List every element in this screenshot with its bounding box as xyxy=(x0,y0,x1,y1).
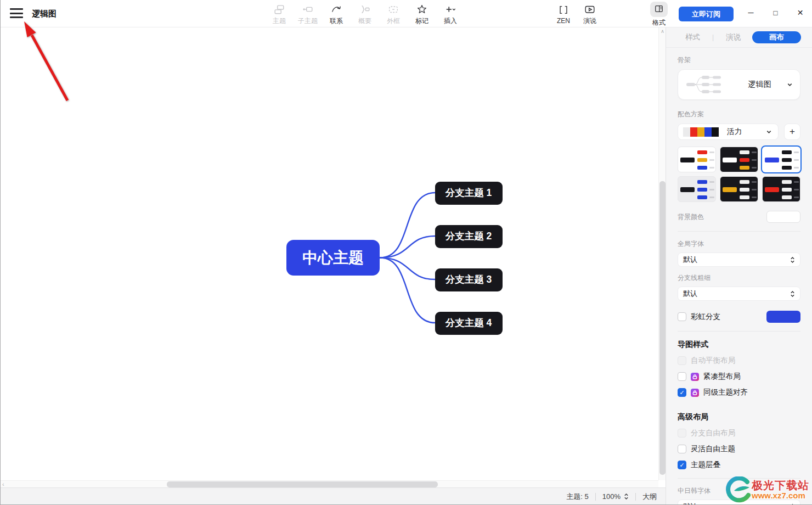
up-down-chevron-icon xyxy=(790,256,795,263)
theme-thumbnail-2[interactable] xyxy=(720,147,758,172)
option-topic-overlap[interactable]: ✓ 主题层叠 xyxy=(678,460,800,470)
scroll-left-icon[interactable]: ‹ xyxy=(2,481,4,487)
global-font-select[interactable]: 默认 xyxy=(678,252,800,267)
cjk-font-select[interactable]: 默认 xyxy=(678,500,800,505)
tool-relationship[interactable]: 联系 xyxy=(324,2,348,27)
summary-icon xyxy=(359,3,371,15)
horizontal-scroll-thumb[interactable] xyxy=(167,481,438,487)
skeleton-selector[interactable]: 逻辑图 xyxy=(678,69,800,100)
tab-style[interactable]: 样式 xyxy=(685,32,700,42)
rainbow-branch-label: 彩虹分支 xyxy=(691,312,720,322)
central-topic[interactable]: 中心主题 xyxy=(286,240,380,276)
theme-thumbnail-5[interactable] xyxy=(720,176,758,202)
chevron-down-icon xyxy=(787,82,793,88)
add-scheme-button[interactable]: + xyxy=(784,124,800,140)
theme-gallery xyxy=(678,147,800,202)
up-down-chevron-icon xyxy=(790,503,795,505)
close-button[interactable]: ✕ xyxy=(788,0,812,25)
checkbox-checked[interactable]: ✓ xyxy=(678,461,686,469)
theme-thumbnail-1[interactable] xyxy=(678,147,716,172)
option-flexible-free-topic[interactable]: 灵活自由主题 xyxy=(678,444,800,454)
branch-topic-4[interactable]: 分支主题 4 xyxy=(435,312,503,335)
app-window: 逻辑图 主题 子主题 联系 xyxy=(0,0,812,505)
up-down-chevron-icon xyxy=(790,290,795,298)
checkbox[interactable] xyxy=(678,445,686,453)
status-bar: 主题: 5 100% 大纲 xyxy=(1,487,666,505)
checkbox xyxy=(678,429,686,437)
option-sibling-alignment[interactable]: ✓ 同级主题对齐 xyxy=(678,388,800,397)
star-icon xyxy=(416,3,428,15)
tool-marker[interactable]: 标记 xyxy=(410,2,434,27)
tool-present[interactable]: 演说 xyxy=(578,2,602,27)
tool-summary[interactable]: 概要 xyxy=(353,2,377,27)
branch-color-button[interactable] xyxy=(766,311,800,323)
boundary-icon xyxy=(387,3,399,15)
branch-width-label: 分支线粗细 xyxy=(678,273,800,283)
theme-thumbnail-3-selected[interactable] xyxy=(762,147,800,172)
vertical-scroll-thumb[interactable] xyxy=(659,181,666,475)
tool-boundary[interactable]: 外框 xyxy=(381,2,405,27)
checkbox-checked[interactable]: ✓ xyxy=(678,388,686,397)
tab-present[interactable]: 演说 xyxy=(726,32,741,42)
zoom-stepper-icon[interactable] xyxy=(624,493,629,500)
scheme-swatches xyxy=(683,127,719,137)
color-scheme-select[interactable]: 活力 xyxy=(678,124,779,140)
rainbow-branch-checkbox[interactable] xyxy=(678,312,686,321)
relationship-icon xyxy=(330,3,342,15)
canvas[interactable]: 中心主题 分支主题 1 分支主题 2 分支主题 3 分支主题 4 ∧ xyxy=(1,27,666,487)
outline-button[interactable]: 大纲 xyxy=(642,492,657,502)
advanced-layout-heading: 高级布局 xyxy=(678,412,800,422)
skeleton-section-label: 骨架 xyxy=(678,55,800,65)
branch-connectors xyxy=(380,193,435,323)
premium-lock-icon xyxy=(691,389,699,397)
branch-width-select[interactable]: 默认 xyxy=(678,287,800,301)
tool-insert[interactable]: 插入 xyxy=(438,2,463,27)
vertical-scrollbar[interactable]: ∧ xyxy=(658,27,666,480)
global-font-label: 全局字体 xyxy=(678,239,800,249)
option-free-branch-layout[interactable]: 分支自由布局 xyxy=(678,428,800,438)
logic-chart-mini-icon xyxy=(685,74,732,96)
color-scheme-section-label: 配色方案 xyxy=(678,110,800,119)
branch-topic-label: 分支主题 4 xyxy=(445,317,492,328)
horizontal-scrollbar[interactable]: ‹ xyxy=(1,480,658,487)
option-compact-layout[interactable]: 紧凑型布局 xyxy=(678,372,800,381)
subscribe-button[interactable]: 立即订阅 xyxy=(679,7,734,21)
branch-topic-2[interactable]: 分支主题 2 xyxy=(435,225,503,248)
tool-topic[interactable]: 主题 xyxy=(267,2,291,27)
branch-topic-3[interactable]: 分支主题 3 xyxy=(435,268,503,291)
background-color-swatch[interactable] xyxy=(766,211,800,223)
scheme-value: 活力 xyxy=(727,127,742,137)
tool-format[interactable]: 格式 xyxy=(647,2,671,27)
zoom-level: 100% xyxy=(602,492,621,501)
scroll-up-icon[interactable]: ∧ xyxy=(659,29,666,34)
tool-zen[interactable]: ZEN xyxy=(551,2,576,27)
branch-topic-label: 分支主题 3 xyxy=(445,274,492,285)
map-style-heading: 导图样式 xyxy=(678,340,800,350)
panel-tabs: 样式 | 演说 画布 xyxy=(666,27,812,48)
branch-topic-label: 分支主题 2 xyxy=(445,231,492,242)
theme-thumbnail-6[interactable] xyxy=(762,176,800,202)
cjk-font-label: 中日韩字体 xyxy=(678,486,800,496)
checkbox xyxy=(678,356,686,365)
zoom-control[interactable]: 100% xyxy=(602,492,629,501)
maximize-button[interactable]: □ xyxy=(763,0,788,25)
minimize-button[interactable]: ─ xyxy=(738,0,763,25)
toolbar: 逻辑图 主题 子主题 联系 xyxy=(1,0,812,27)
option-auto-balance-layout[interactable]: 自动平衡布局 xyxy=(678,356,800,366)
tool-subtopic[interactable]: 子主题 xyxy=(296,2,320,27)
insert-plus-icon xyxy=(444,3,456,15)
branch-topic-1[interactable]: 分支主题 1 xyxy=(435,182,503,205)
format-sidebar-icon xyxy=(650,2,668,17)
tab-canvas[interactable]: 画布 xyxy=(752,31,801,43)
central-topic-label: 中心主题 xyxy=(302,249,364,266)
hamburger-menu-icon[interactable] xyxy=(10,8,23,19)
zen-brackets-icon xyxy=(557,4,569,16)
chevron-down-icon xyxy=(766,129,772,135)
checkbox[interactable] xyxy=(678,372,686,381)
mindmap: 中心主题 分支主题 1 分支主题 2 分支主题 3 分支主题 4 xyxy=(1,27,666,487)
theme-thumbnail-4[interactable] xyxy=(678,176,716,202)
document-title: 逻辑图 xyxy=(32,9,57,19)
premium-lock-icon xyxy=(691,373,699,381)
background-color-label: 背景颜色 xyxy=(678,212,704,222)
window-controls: ─ □ ✕ xyxy=(738,0,812,27)
